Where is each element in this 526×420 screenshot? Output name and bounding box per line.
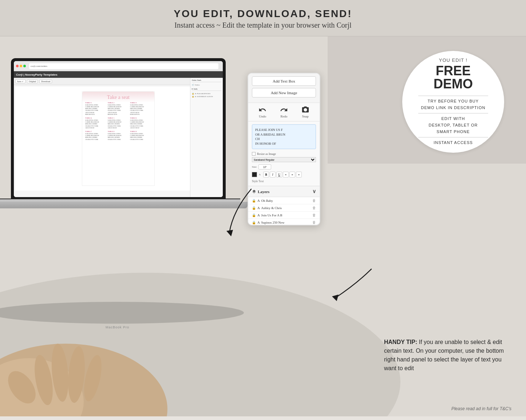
font-size-input[interactable] [258, 164, 271, 169]
layer-item-supinos[interactable]: 🔒 A Supinos 250 New 🗑 [248, 219, 320, 225]
layer-text-4: Supinos 250 New [261, 221, 311, 224]
layer-lock-icon-4: 🔒 [252, 221, 256, 224]
browser-expand-dot [23, 65, 26, 67]
corjl-logo: Corjl | NoorayParty Templates [16, 73, 58, 76]
browser-url-bar[interactable]: corjl.com/orders [29, 63, 218, 69]
font-selector[interactable]: Saraband Regular [252, 157, 316, 162]
align-right-button[interactable]: ≡ [296, 172, 302, 177]
header-subtitle: Instant access ~ Edit the template in yo… [7, 21, 519, 29]
bold-button[interactable]: B [263, 172, 269, 177]
browser-close-dot [16, 65, 19, 67]
phone-screen: Add Text Box Add New Image Undo Redo [248, 73, 320, 225]
floral-decoration [82, 92, 154, 103]
layer-text-3: Join Us For A B [261, 213, 311, 217]
handy-tip: HANDY TIP: If you are unable to select &… [384, 338, 515, 373]
demo-free-text: FREE [436, 64, 471, 77]
redo-icon [280, 106, 288, 114]
laptop-screen-inner: corjl.com/orders Corjl | NoorayParty Tem… [14, 61, 223, 197]
seating-tables-grid: TABLE 1 SAMANTHA JONES CARRIE BRADSHAW M… [85, 102, 151, 140]
layer-type-icon-1: A [257, 199, 260, 203]
redo-button[interactable]: Redo [280, 106, 288, 118]
phone-font-row: Saraband Regular [252, 157, 316, 162]
snap-icon [301, 106, 309, 114]
italic-button[interactable]: I [270, 172, 276, 177]
text-format-buttons: B I U ≡ ≡ ≡ [263, 172, 302, 177]
layers-icon [252, 189, 256, 194]
style-text-label: Style Text [252, 180, 316, 183]
add-text-box-button[interactable]: Add Text Box [252, 76, 316, 86]
layer-type-icon-2: A [257, 206, 260, 210]
demo-divider-2 [418, 113, 488, 113]
browser-minimize-dot [20, 65, 22, 67]
layers-panel: Layers ∨ 🔒 A Oh Baby 🗑 🔒 A Ashley & Chri… [248, 186, 320, 225]
table-col-1: TABLE 1 SAMANTHA JONES CARRIE BRADSHAW M… [85, 102, 107, 140]
phone-style-row: A B I U ≡ ≡ ≡ [252, 172, 316, 177]
layer-delete-icon-4[interactable]: 🗑 [312, 220, 316, 224]
handy-tip-label: HANDY TIP: [384, 339, 417, 345]
layer-lock-icon-3: 🔒 [252, 213, 256, 217]
layers-header: Layers ∨ [248, 186, 320, 197]
sidebar-section-order: Order Tools [192, 79, 221, 82]
phone-size-row: Size: [252, 164, 316, 169]
demo-divider-1 [418, 96, 488, 96]
demo-circle: YOU EDIT ! FREE DEMO TRY BEFORE YOU BUY … [402, 51, 504, 153]
table-col-2: TABLE 2 SAMANTHA JONES CARRIE BRADSHAW M… [108, 102, 129, 140]
layer-type-icon-4: A [257, 221, 260, 224]
footer-text: Please read ad in full for T&C's [451, 406, 511, 411]
table-col-3: TABLE 3 SAMANTHA JONES CARRIE BRADSHAW M… [130, 102, 151, 140]
sidebar-layer-item-1: 🔒 A PLEASEJOYOUS [192, 92, 221, 95]
undo-button[interactable]: Undo [258, 106, 266, 118]
laptop-bottom [0, 202, 248, 208]
sidebar-item-1: 🛒 Orders [192, 83, 221, 86]
color-label: A [259, 173, 261, 176]
layer-type-icon-3: A [257, 213, 260, 217]
browser-chrome: corjl.com/orders [14, 61, 223, 71]
align-left-button[interactable]: ≡ [283, 172, 289, 177]
layers-chevron-icon[interactable]: ∨ [312, 188, 316, 195]
layers-list: 🔒 A Oh Baby 🗑 🔒 A Ashley & Chris 🗑 🔒 A [248, 197, 320, 225]
layer-item-oh-baby[interactable]: 🔒 A Oh Baby 🗑 [248, 197, 320, 204]
add-new-image-button[interactable]: Add New Image [252, 88, 316, 97]
align-center-button[interactable]: ≡ [289, 172, 295, 177]
cart-icon: 🛒 [192, 84, 194, 86]
toolbar-btn-original[interactable]: Original [27, 80, 38, 83]
snap-button[interactable]: Snap [301, 106, 309, 118]
resize-checkbox[interactable] [252, 152, 256, 156]
layer-text-1: Oh Baby [261, 199, 311, 203]
corjl-interface: Corjl | NoorayParty Templates Save ✓ Ori… [14, 71, 223, 197]
toolbar-btn-save[interactable]: Save ✓ [15, 79, 25, 83]
header-title: YOU EDIT, DOWNLOAD, SEND! [7, 8, 519, 20]
layer-lock-icon-2: 🔒 [252, 206, 256, 210]
toolbar-btn-download[interactable]: Download [39, 80, 52, 83]
corjl-topbar: Corjl | NoorayParty Templates [14, 71, 223, 78]
corjl-right-sidebar: Order Tools 🛒 Orders ▸ Andy 🔒 A PLEASEJO… [190, 78, 223, 197]
sidebar-section-layers: ▸ Andy [192, 88, 221, 91]
demo-demo-text: DEMO [434, 77, 473, 91]
layers-title: Layers [258, 189, 269, 194]
undo-icon [258, 106, 266, 114]
demo-you-edit-text: YOU EDIT ! [439, 57, 467, 63]
demo-text-block: TRY BEFORE YOU BUY DEMO LINK IN DESCRIPT… [421, 98, 486, 111]
layer-lock-icon-1: 🔒 [252, 199, 256, 203]
phone-top-bar: Add Text Box Add New Image [248, 73, 320, 103]
layer-delete-icon-1[interactable]: 🗑 [312, 199, 316, 203]
demo-device-text: EDIT WITH DESKTOP, TABLET OR SMART PHONE [429, 116, 478, 135]
demo-instant-access: INSTANT ACCESS [434, 140, 473, 146]
phone-tool-row: Undo Redo Snap [248, 103, 320, 121]
color-swatch[interactable] [252, 172, 257, 177]
resize-checkbox-row: Resize as Image [252, 152, 316, 156]
underline-button[interactable]: U [276, 172, 282, 177]
layer-item-ashley[interactable]: 🔒 A Ashley & Chris 🗑 [248, 204, 320, 212]
layer-item-join-us[interactable]: 🔒 A Join Us For A B 🗑 [248, 212, 320, 219]
phone-mockup: Add Text Box Add New Image Undo Redo [248, 73, 320, 225]
sidebar-layer-item-2: 🔒 A SATURDAY AUGUS [192, 95, 221, 98]
layer-delete-icon-3[interactable]: 🗑 [312, 213, 316, 217]
demo-divider-3 [418, 137, 488, 137]
main-area: corjl.com/orders Corjl | NoorayParty Tem… [0, 36, 526, 416]
macbook-label: MacBook Pro [106, 325, 129, 329]
laptop-mockup: corjl.com/orders Corjl | NoorayParty Tem… [0, 58, 266, 349]
phone-edit-area: PLEASE JOIN US F OR A BRIDAL BRUN CH IN … [248, 121, 320, 186]
layer-delete-icon-2[interactable]: 🗑 [312, 206, 316, 210]
laptop-screen: corjl.com/orders Corjl | NoorayParty Tem… [11, 58, 226, 200]
phone-text-preview: PLEASE JOIN US F OR A BRIDAL BRUN CH IN … [252, 124, 316, 149]
